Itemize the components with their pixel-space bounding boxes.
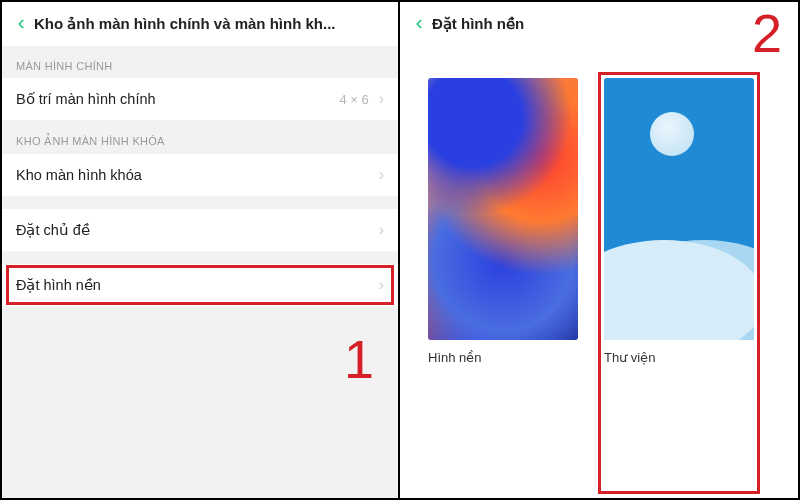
back-icon[interactable]	[408, 13, 430, 35]
wallpaper-thumbnail	[428, 78, 578, 340]
step-number-1: 1	[344, 328, 374, 390]
section-header-main: MÀN HÌNH CHÍNH	[2, 46, 398, 78]
wallpaper-preview-icon	[428, 78, 578, 340]
moon-icon	[650, 112, 694, 156]
row-label: Bố trí màn hình chính	[16, 91, 156, 107]
row-label: Kho màn hình khóa	[16, 167, 142, 183]
step-number-2: 2	[752, 2, 782, 64]
settings-pane-1: Kho ảnh màn hình chính và màn hình kh...…	[2, 2, 400, 498]
gallery-thumbnail	[604, 78, 754, 340]
row-value: 4 × 6	[339, 92, 368, 107]
back-icon[interactable]	[10, 13, 32, 35]
wallpaper-grid: Hình nền Thư viện	[400, 46, 798, 498]
row-lock-store[interactable]: Kho màn hình khóa ›	[2, 154, 398, 197]
chevron-right-icon: ›	[379, 91, 384, 107]
chevron-right-icon: ›	[379, 167, 384, 183]
chevron-right-icon: ›	[379, 277, 384, 293]
section-header-lock: KHO ẢNH MÀN HÌNH KHÓA	[2, 121, 398, 154]
gallery-preview-icon	[604, 78, 754, 340]
page-title: Kho ảnh màn hình chính và màn hình kh...	[34, 15, 390, 33]
card-label: Hình nền	[428, 350, 578, 365]
header-bar: Đặt hình nền	[400, 2, 798, 46]
hill-icon	[604, 240, 754, 340]
spacer	[2, 252, 398, 264]
row-label: Đặt hình nền	[16, 277, 101, 293]
spacer	[2, 197, 398, 209]
chevron-right-icon: ›	[379, 222, 384, 238]
settings-pane-2: Đặt hình nền Hình nền Thư viện 2	[400, 2, 798, 498]
row-label: Đặt chủ đề	[16, 222, 90, 238]
page-title: Đặt hình nền	[432, 15, 790, 33]
header-bar: Kho ảnh màn hình chính và màn hình kh...	[2, 2, 398, 46]
card-label: Thư viện	[604, 350, 754, 365]
row-set-theme[interactable]: Đặt chủ đề ›	[2, 209, 398, 252]
row-set-wallpaper[interactable]: Đặt hình nền ›	[2, 264, 398, 307]
card-gallery[interactable]: Thư viện	[604, 78, 754, 488]
card-wallpaper[interactable]: Hình nền	[428, 78, 578, 488]
row-home-layout[interactable]: Bố trí màn hình chính 4 × 6 ›	[2, 78, 398, 121]
row-right: 4 × 6 ›	[339, 91, 384, 107]
